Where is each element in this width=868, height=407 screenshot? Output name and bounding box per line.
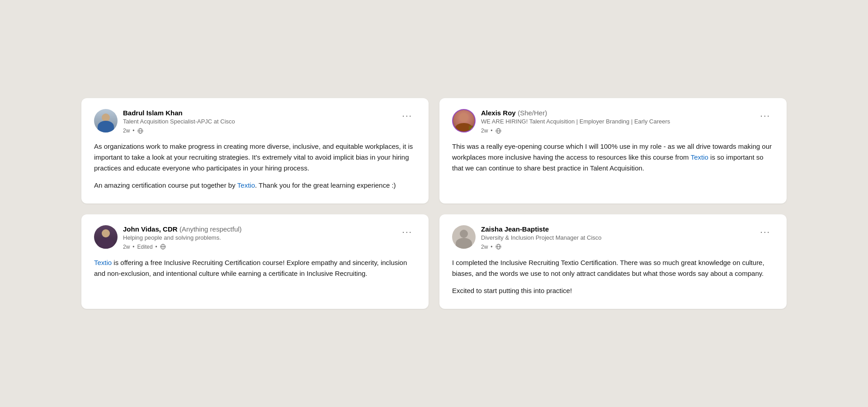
author-name[interactable]: Alexis Roy bbox=[481, 109, 516, 117]
author-title: Diversity & Inclusion Project Manager at… bbox=[481, 234, 602, 242]
post-time: 2w bbox=[481, 128, 488, 134]
post-paragraph-1: I completed the Inclusive Recruiting Tex… bbox=[452, 257, 774, 279]
card-body: As organizations work to make progress i… bbox=[94, 141, 416, 191]
more-options-button[interactable]: ··· bbox=[756, 109, 774, 122]
avatar: H bbox=[452, 109, 476, 133]
post-card-john: John Vidas, CDR (Anything respectful) He… bbox=[81, 214, 429, 309]
post-paragraph-1: As organizations work to make progress i… bbox=[94, 141, 416, 174]
card-header-left: Badrul Islam Khan Talent Acquisition Spe… bbox=[94, 109, 235, 134]
author-pronoun: (Anything respectful) bbox=[179, 225, 242, 233]
card-body: Textio is offering a free Inclusive Recr… bbox=[94, 257, 416, 279]
author-info: Zaisha Jean-Baptiste Diversity & Inclusi… bbox=[481, 225, 602, 250]
more-options-button[interactable]: ··· bbox=[398, 225, 416, 238]
card-header: John Vidas, CDR (Anything respectful) He… bbox=[94, 225, 416, 250]
textio-link[interactable]: Textio bbox=[237, 181, 255, 189]
post-time: 2w bbox=[123, 244, 130, 250]
author-title: Helping people and solving problems. bbox=[123, 234, 242, 242]
author-name[interactable]: Badrul Islam Khan bbox=[123, 109, 183, 117]
post-card-alexis: H Alexis Roy (She/Her) WE ARE HIRING! Ta… bbox=[439, 98, 787, 204]
author-name-line: Zaisha Jean-Baptiste bbox=[481, 225, 602, 233]
edited-label: Edited bbox=[137, 244, 153, 250]
post-card-badrul: Badrul Islam Khan Talent Acquisition Spe… bbox=[81, 98, 429, 204]
avatar bbox=[94, 109, 118, 133]
textio-link[interactable]: Textio bbox=[94, 259, 112, 266]
author-info: Alexis Roy (She/Her) WE ARE HIRING! Tale… bbox=[481, 109, 670, 134]
card-header-left: Zaisha Jean-Baptiste Diversity & Inclusi… bbox=[452, 225, 602, 250]
post-time: 2w bbox=[481, 244, 488, 250]
author-name-line: John Vidas, CDR (Anything respectful) bbox=[123, 225, 242, 233]
author-name-line: Badrul Islam Khan bbox=[123, 109, 235, 117]
globe-icon bbox=[160, 244, 166, 250]
globe-icon bbox=[137, 128, 144, 134]
more-options-button[interactable]: ··· bbox=[398, 109, 416, 122]
textio-link[interactable]: Textio bbox=[691, 153, 708, 161]
card-body: This was a really eye-opening course whi… bbox=[452, 141, 774, 174]
card-header: Zaisha Jean-Baptiste Diversity & Inclusi… bbox=[452, 225, 774, 250]
author-meta: 2w • bbox=[481, 244, 602, 250]
post-paragraph-2: Excited to start putting this into pract… bbox=[452, 285, 774, 296]
card-header: H Alexis Roy (She/Her) WE ARE HIRING! Ta… bbox=[452, 109, 774, 134]
post-paragraph-1: This was a really eye-opening course whi… bbox=[452, 141, 774, 174]
post-paragraph-1: Textio is offering a free Inclusive Recr… bbox=[94, 257, 416, 279]
avatar bbox=[94, 225, 118, 249]
author-pronoun: (She/Her) bbox=[518, 109, 547, 117]
post-paragraph-2: An amazing certification course put toge… bbox=[94, 180, 416, 191]
posts-grid: Badrul Islam Khan Talent Acquisition Spe… bbox=[81, 98, 787, 309]
globe-icon bbox=[495, 244, 502, 250]
author-info: Badrul Islam Khan Talent Acquisition Spe… bbox=[123, 109, 235, 134]
author-name-line: Alexis Roy (She/Her) bbox=[481, 109, 670, 117]
post-time: 2w bbox=[123, 128, 130, 134]
more-options-button[interactable]: ··· bbox=[756, 225, 774, 238]
author-title: WE ARE HIRING! Talent Acquisition | Empl… bbox=[481, 118, 670, 126]
card-header: Badrul Islam Khan Talent Acquisition Spe… bbox=[94, 109, 416, 134]
author-meta: 2w • bbox=[481, 128, 670, 134]
author-name[interactable]: John Vidas, CDR bbox=[123, 225, 178, 233]
post-card-zaisha: Zaisha Jean-Baptiste Diversity & Inclusi… bbox=[439, 214, 787, 309]
globe-icon bbox=[495, 128, 502, 134]
card-header-left: John Vidas, CDR (Anything respectful) He… bbox=[94, 225, 242, 250]
author-title: Talent Acquisition Specialist-APJC at Ci… bbox=[123, 118, 235, 126]
avatar bbox=[452, 225, 476, 249]
author-name[interactable]: Zaisha Jean-Baptiste bbox=[481, 225, 549, 233]
card-header-left: H Alexis Roy (She/Her) WE ARE HIRING! Ta… bbox=[452, 109, 670, 134]
author-info: John Vidas, CDR (Anything respectful) He… bbox=[123, 225, 242, 250]
card-body: I completed the Inclusive Recruiting Tex… bbox=[452, 257, 774, 296]
author-meta: 2w • Edited • bbox=[123, 244, 242, 250]
author-meta: 2w • bbox=[123, 128, 235, 134]
